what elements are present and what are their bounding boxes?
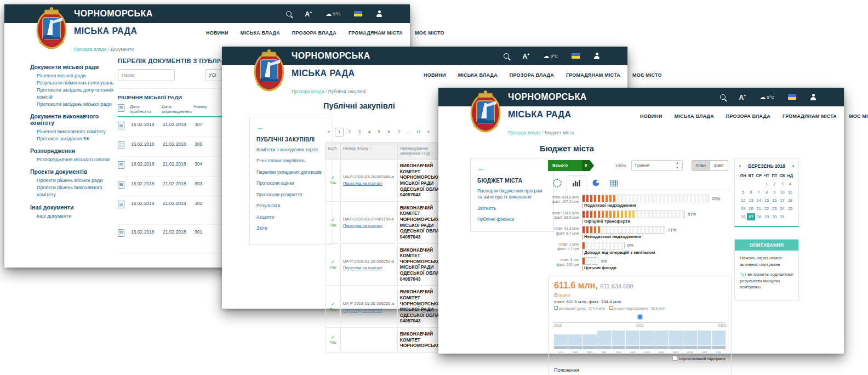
user-icon[interactable] [593, 53, 600, 59]
currency-select[interactable]: Гривня▲▼ [631, 160, 683, 171]
page-button[interactable]: 4 [366, 128, 373, 136]
sidebar-link[interactable]: Рішення виконавчого комітету [37, 128, 121, 135]
calendar-date[interactable]: 11 [786, 189, 794, 196]
sidebar-link[interactable]: Результати поіменних голосувань [37, 79, 121, 87]
page-button[interactable]: 3 [356, 128, 363, 136]
breadcrumb-root-link[interactable]: Прозора влада [508, 130, 541, 135]
sidebar-link[interactable]: Протоколи оцінки [256, 180, 326, 186]
sidebar-link[interactable]: Паспорти бюджетних програм та звіти про … [477, 188, 547, 201]
month-bar[interactable]: сер [654, 331, 668, 354]
nav-item-2[interactable]: ПРОЗОРА ВЛАДА [726, 113, 770, 119]
month-bar[interactable]: гру [712, 331, 726, 354]
sidebar-link[interactable]: Розпорядження міського голови [37, 156, 121, 163]
calendar-date[interactable]: 12 [739, 197, 747, 204]
sidebar-link[interactable]: Рішення міської ради [37, 72, 121, 79]
back-arrow-icon[interactable]: ← [256, 123, 326, 131]
page-button[interactable]: 7 [395, 128, 403, 136]
document-icon[interactable] [118, 122, 124, 129]
nav-item-1[interactable]: МІСЬКА ВЛАДА [241, 30, 280, 36]
tab-loading[interactable] [548, 176, 567, 190]
calendar-date[interactable]: 3 [778, 180, 786, 188]
sidebar-link[interactable]: Протоколи засідань депутатських комісій [37, 87, 121, 101]
calendar-date[interactable]: 18 [786, 197, 794, 204]
sidebar-link[interactable]: Звіти [256, 225, 326, 231]
sidebar-link[interactable]: Комітети з конкурсних торгів [256, 147, 326, 153]
calendar-date[interactable]: 26 [739, 213, 747, 220]
page-button[interactable]: « [325, 128, 333, 136]
calendar-date[interactable]: 23 [770, 205, 778, 212]
page-button[interactable]: ... [405, 128, 413, 136]
user-icon[interactable] [810, 94, 816, 100]
month-bar[interactable]: тра [612, 331, 625, 354]
page-button[interactable]: 2 [346, 128, 353, 136]
calendar-date[interactable]: 6 [747, 189, 755, 196]
calendar-date[interactable]: 29 [763, 213, 770, 220]
calendar-date[interactable]: 13 [747, 197, 755, 204]
survey-results-link[interactable]: Тут [740, 272, 746, 277]
document-icon[interactable] [118, 201, 124, 208]
document-icon[interactable] [118, 229, 124, 237]
nav-item-4[interactable]: МОЄ МІСТО [632, 72, 662, 78]
month-bar[interactable]: кві [597, 331, 611, 354]
nav-item-3[interactable]: ГРОМАДЯНАМ МІСТА [566, 72, 620, 78]
font-size-icon[interactable]: A+ [739, 94, 746, 101]
ukraine-flag-icon[interactable] [572, 53, 580, 59]
calendar-date[interactable]: 8 [763, 189, 770, 196]
font-size-icon[interactable]: A+ [305, 10, 312, 18]
font-size-icon[interactable]: A+ [523, 53, 530, 60]
tab-table-view[interactable] [605, 176, 624, 190]
tab-bar-chart[interactable] [567, 175, 586, 190]
timeline-slider-handle[interactable] [637, 314, 643, 320]
calendar-date[interactable]: 28 [755, 213, 763, 220]
portal-link[interactable]: Перегляд на порталі [343, 265, 382, 270]
sidebar-group-heading[interactable]: Документи виконавчого комітету [30, 113, 121, 126]
user-icon[interactable] [376, 10, 382, 17]
calendar-date[interactable]: 27 [747, 213, 755, 220]
calendar-prev-icon[interactable]: ‹ [739, 163, 741, 169]
sidebar-link[interactable]: Річні плани закупівель [256, 158, 326, 164]
document-icon[interactable] [118, 141, 124, 149]
calendar-date[interactable]: 16 [770, 197, 778, 204]
plan-toggle-button[interactable]: план [692, 160, 710, 171]
calendar-date[interactable]: 22 [763, 205, 770, 212]
nav-item-2[interactable]: ПРОЗОРА ВЛАДА [292, 30, 336, 36]
page-button[interactable]: 6 [385, 128, 393, 136]
portal-link[interactable]: Перегляд на порталі [343, 308, 382, 312]
nav-item-3[interactable]: ГРОМАДЯНАМ МІСТА [783, 113, 837, 119]
sidebar-link[interactable]: Результати [256, 203, 326, 209]
month-bar[interactable]: вер [669, 331, 682, 354]
calendar-date[interactable]: 30 [770, 213, 778, 220]
month-bar[interactable]: лис [698, 331, 711, 354]
document-icon[interactable] [118, 161, 124, 169]
calendar-date[interactable]: 15 [763, 197, 770, 204]
month-bar[interactable]: чер [626, 331, 639, 354]
month-bar[interactable]: лют [568, 334, 582, 354]
portal-link[interactable]: Перегляд на порталі [343, 223, 382, 228]
nav-item-4[interactable]: МОЄ МІСТО [415, 30, 444, 36]
calendar-date[interactable]: 20 [747, 205, 755, 212]
sidebar-link[interactable]: Протоколи розкриття [256, 192, 326, 198]
ukraine-flag-icon[interactable] [354, 11, 362, 16]
month-bar[interactable]: жов [683, 331, 697, 354]
breadcrumb-root-link[interactable]: Прозора влада [292, 89, 324, 94]
breadcrumb-root-link[interactable]: Прозора влада [74, 47, 107, 52]
search-icon[interactable] [720, 94, 726, 100]
page-button[interactable]: 1 [335, 128, 344, 137]
calendar-date[interactable]: 4 [786, 180, 794, 188]
sidebar-link[interactable]: Публічні фінанси [477, 217, 547, 223]
month-bar[interactable]: бер [583, 334, 596, 354]
search-icon[interactable] [286, 11, 292, 16]
calendar-date[interactable]: 25 [786, 205, 794, 212]
calendar-date[interactable]: 7 [755, 189, 763, 196]
sidebar-group-heading[interactable]: Інші документи [30, 204, 121, 211]
sidebar-link[interactable]: Акцепти [256, 214, 326, 220]
nav-item-1[interactable]: МІСЬКА ВЛАДА [458, 72, 498, 78]
calendar-date[interactable]: 14 [755, 197, 763, 204]
sidebar-link[interactable]: Переліки укладених договорів [256, 169, 326, 175]
sidebar-link[interactable]: Протокол засідання ВК [37, 135, 121, 143]
sidebar-group-heading[interactable]: Документи міської ради [30, 64, 121, 70]
fact-toggle-button[interactable]: факт [710, 160, 728, 171]
back-arrow-icon[interactable]: ← [477, 164, 547, 172]
calendar-date[interactable]: 2 [770, 180, 778, 188]
portal-link[interactable]: Перегляд на порталі [343, 181, 382, 186]
